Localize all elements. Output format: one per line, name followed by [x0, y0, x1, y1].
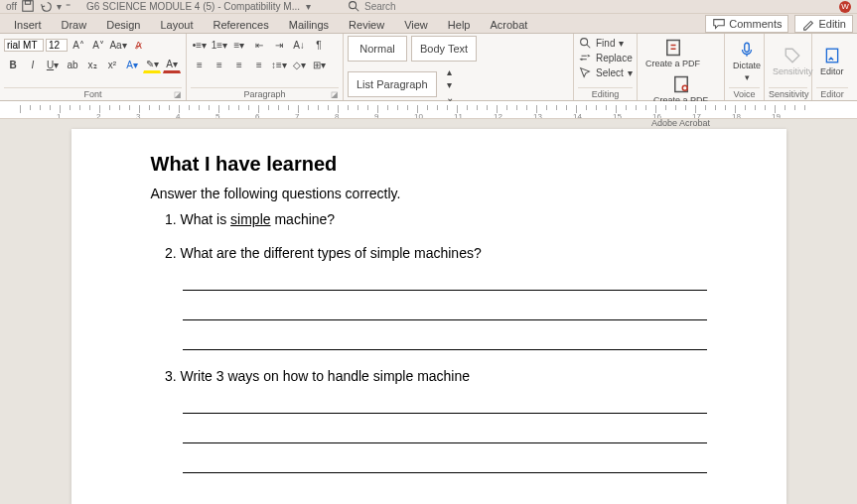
superscript-button[interactable]: x²	[103, 56, 121, 73]
tab-references[interactable]: References	[203, 17, 278, 33]
font-group-label: Font	[83, 89, 101, 99]
svg-point-2	[350, 1, 357, 8]
pencil-icon	[801, 17, 815, 31]
page: What I have learned Answer the following…	[71, 129, 786, 504]
answer-line	[183, 455, 707, 473]
document-area[interactable]: What I have learned Answer the following…	[0, 119, 857, 504]
align-left-button[interactable]: ≡	[191, 56, 209, 73]
share-pdf-icon	[671, 74, 691, 94]
answer-line	[183, 396, 707, 414]
tab-draw[interactable]: Draw	[52, 17, 97, 33]
style-normal[interactable]: Normal	[348, 36, 407, 62]
line-spacing-button[interactable]: ↕≡▾	[270, 56, 288, 73]
increase-indent-button[interactable]: ⇥	[270, 36, 288, 54]
underline-button[interactable]: U▾	[44, 56, 62, 73]
paragraph-group-label: Paragraph	[243, 89, 285, 99]
qat-customize-icon[interactable]: ⁼	[66, 1, 71, 12]
svg-rect-10	[826, 49, 837, 63]
tab-review[interactable]: Review	[339, 17, 394, 33]
paragraph-dialog-launcher[interactable]: ◪	[331, 90, 339, 99]
voice-group-label: Voice	[733, 89, 755, 99]
doc-heading: What I have learned	[151, 153, 707, 176]
doc-instruction: Answer the following questions correctly…	[151, 186, 707, 201]
sensitivity-button: Sensitivity	[769, 45, 817, 78]
question-3: Write 3 ways on how to handle simple mac…	[181, 368, 707, 473]
svg-rect-9	[745, 43, 750, 52]
svg-line-3	[356, 7, 359, 11]
font-dialog-launcher[interactable]: ◪	[174, 90, 182, 99]
redo-dropdown-icon[interactable]: ▾	[57, 1, 62, 12]
editing-mode-button[interactable]: Editin	[794, 15, 853, 33]
ribbon-tabs: Insert Draw Design Layout References Mai…	[0, 14, 857, 34]
editor-button[interactable]: Editor	[816, 45, 848, 78]
undo-icon[interactable]	[39, 0, 53, 15]
bold-button[interactable]: B	[4, 56, 22, 73]
borders-button[interactable]: ⊞▾	[310, 56, 328, 73]
svg-line-5	[587, 45, 591, 49]
styles-scroll-down[interactable]: ▾	[441, 78, 459, 90]
select-button[interactable]: Select▾	[578, 65, 633, 79]
svg-point-4	[581, 39, 588, 46]
tab-view[interactable]: View	[394, 17, 438, 33]
font-size-input[interactable]	[46, 39, 68, 52]
question-2: What are the different types of simple m…	[181, 245, 707, 350]
strike-button[interactable]: ab	[64, 56, 81, 73]
italic-button[interactable]: I	[24, 56, 42, 73]
align-right-button[interactable]: ≡	[230, 56, 248, 73]
font-name-input[interactable]	[4, 39, 44, 52]
ribbon: A˄ A˅ Aa▾ A̷ B I U▾ ab x₂ x² A▾ ✎▾ A▾ Fo…	[0, 34, 857, 101]
replace-button[interactable]: Replace	[578, 51, 633, 64]
autosave-toggle[interactable]: off	[6, 1, 17, 12]
subscript-button[interactable]: x₂	[83, 56, 101, 73]
numbering-button[interactable]: 1≡▾	[211, 36, 228, 54]
find-icon	[578, 36, 592, 50]
sensitivity-group-label: Sensitivity	[769, 89, 809, 99]
styles-scroll-up[interactable]: ▴	[441, 65, 459, 77]
grow-font-button[interactable]: A˄	[70, 36, 87, 54]
save-icon[interactable]	[21, 0, 35, 15]
tab-design[interactable]: Design	[96, 17, 150, 33]
tab-help[interactable]: Help	[438, 17, 481, 33]
tab-mailings[interactable]: Mailings	[279, 17, 339, 33]
user-avatar[interactable]: W	[839, 1, 851, 13]
pdf-icon	[663, 38, 683, 58]
title-dropdown-icon[interactable]: ▾	[306, 1, 311, 12]
question-1: What is simple machine?	[181, 211, 707, 227]
horizontal-ruler[interactable]: 12345678910111213141516171819	[0, 101, 857, 119]
search-input[interactable]	[364, 1, 454, 12]
tab-acrobat[interactable]: Acrobat	[480, 17, 537, 33]
title-bar: off ▾ ⁼ G6 SCIENCE MODULE 4 (5) - Compat…	[0, 0, 857, 14]
tab-insert[interactable]: Insert	[4, 17, 52, 33]
bullets-button[interactable]: •≡▾	[191, 36, 209, 54]
shrink-font-button[interactable]: A˅	[89, 36, 107, 54]
answer-line	[183, 426, 707, 443]
comments-button[interactable]: Comments	[705, 15, 788, 33]
justify-button[interactable]: ≡	[250, 56, 268, 73]
shading-button[interactable]: ◇▾	[290, 56, 308, 73]
mic-icon	[738, 41, 756, 59]
change-case-button[interactable]: Aa▾	[109, 36, 127, 54]
tag-icon	[784, 47, 801, 64]
dictate-button[interactable]: Dictate▾	[729, 39, 765, 84]
svg-rect-7	[674, 77, 687, 92]
style-body-text[interactable]: Body Text	[411, 36, 477, 62]
sort-button[interactable]: A↓	[290, 36, 308, 54]
create-pdf-button[interactable]: Create a PDF	[642, 36, 704, 70]
show-marks-button[interactable]: ¶	[310, 36, 328, 54]
highlight-button[interactable]: ✎▾	[143, 56, 161, 73]
find-button[interactable]: Find▾	[578, 36, 624, 50]
decrease-indent-button[interactable]: ⇤	[250, 36, 268, 54]
font-color-button[interactable]: A▾	[163, 56, 181, 73]
comment-icon	[712, 17, 726, 31]
tab-layout[interactable]: Layout	[150, 17, 203, 33]
clear-format-button[interactable]: A̷	[129, 36, 147, 54]
svg-rect-6	[666, 41, 679, 56]
editor-icon	[823, 47, 841, 64]
align-center-button[interactable]: ≡	[211, 56, 228, 73]
style-list-paragraph[interactable]: List Paragraph	[348, 71, 437, 97]
select-icon	[578, 65, 592, 79]
multilevel-button[interactable]: ≡▾	[230, 36, 248, 54]
replace-icon	[578, 51, 592, 64]
editing-group-label: Editing	[592, 89, 620, 99]
text-effects-button[interactable]: A▾	[123, 56, 141, 73]
